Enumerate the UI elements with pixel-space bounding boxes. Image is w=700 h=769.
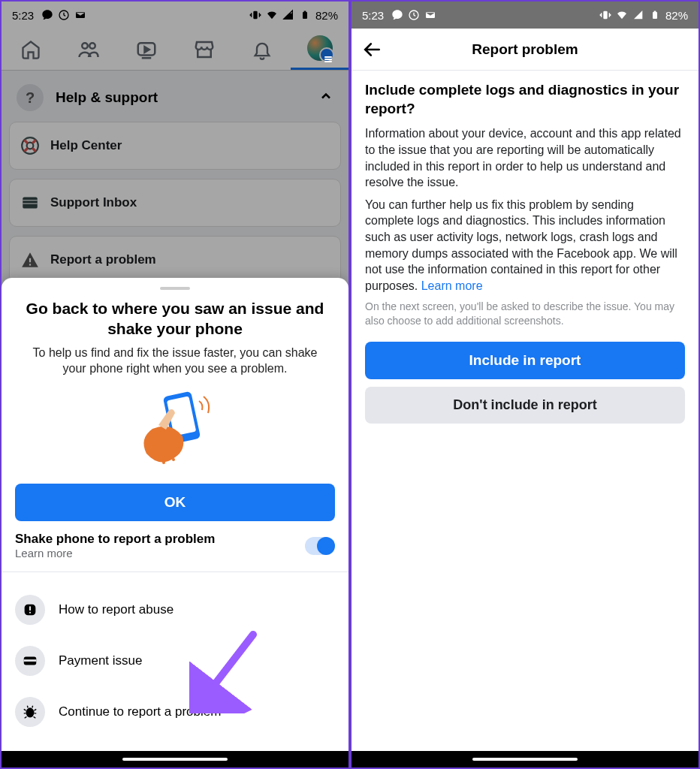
signal-icon	[632, 9, 644, 21]
divider	[2, 571, 348, 572]
continue-report-item[interactable]: Continue to report a problem	[15, 686, 335, 737]
drag-handle[interactable]	[160, 287, 190, 290]
chat-icon	[391, 9, 403, 21]
mail-badge-icon	[424, 9, 436, 21]
status-time: 5:23	[362, 9, 384, 22]
exclamation-icon	[15, 595, 45, 625]
report-abuse-item[interactable]: How to report abuse	[15, 584, 335, 635]
svg-point-17	[172, 458, 175, 461]
sheet-title: Go back to where you saw an issue and sh…	[23, 299, 327, 339]
vibrate-icon	[599, 9, 611, 21]
bug-icon	[15, 697, 45, 727]
battery-percent: 82%	[665, 9, 688, 22]
learn-more-link[interactable]: Learn more	[421, 279, 483, 292]
clock-icon	[408, 9, 420, 21]
shake-phone-illustration	[15, 388, 335, 470]
page-title: Report problem	[352, 41, 698, 58]
include-in-report-button[interactable]: Include in report	[365, 342, 685, 379]
status-bar: 5:23 82%	[352, 2, 698, 29]
svg-rect-19	[29, 606, 31, 611]
ok-button[interactable]: OK	[15, 484, 335, 521]
sheet-subtitle: To help us find and fix the issue faster…	[15, 345, 335, 377]
battery-icon	[649, 9, 661, 21]
learn-more-link[interactable]: Learn more	[15, 547, 215, 559]
svg-rect-22	[24, 659, 37, 662]
gesture-bar[interactable]	[352, 751, 698, 767]
shake-toggle[interactable]	[305, 537, 335, 555]
dont-include-button[interactable]: Don't include in report	[365, 387, 685, 424]
shake-toggle-label: Shake phone to report a problem	[15, 532, 215, 547]
svg-rect-20	[29, 612, 31, 614]
wifi-icon	[616, 9, 628, 21]
gesture-bar[interactable]	[2, 751, 348, 767]
svg-rect-27	[653, 12, 657, 19]
include-logs-question: Include complete logs and diagnostics in…	[365, 81, 685, 118]
phone-right: 5:23 82%	[350, 0, 700, 769]
payment-issue-label: Payment issue	[59, 653, 143, 668]
info-paragraph-1: Information about your device, account a…	[365, 125, 685, 190]
report-abuse-label: How to report abuse	[59, 602, 173, 617]
svg-point-15	[151, 455, 154, 458]
back-button[interactable]	[352, 40, 394, 59]
payment-issue-item[interactable]: Payment issue	[15, 635, 335, 686]
svg-point-16	[162, 461, 165, 464]
svg-rect-28	[653, 11, 656, 13]
report-bottom-sheet: Go back to where you saw an issue and sh…	[2, 278, 348, 767]
info-paragraph-2: You can further help us fix this problem…	[365, 197, 685, 294]
continue-report-label: Continue to report a problem	[59, 704, 221, 719]
report-header: Report problem	[352, 29, 698, 71]
report-body: Include complete logs and diagnostics in…	[352, 71, 698, 434]
next-screen-hint: On the next screen, you'll be asked to d…	[365, 300, 685, 328]
phone-left: 5:23 82%	[0, 0, 350, 769]
svg-rect-26	[603, 11, 607, 20]
credit-card-icon	[15, 646, 45, 676]
